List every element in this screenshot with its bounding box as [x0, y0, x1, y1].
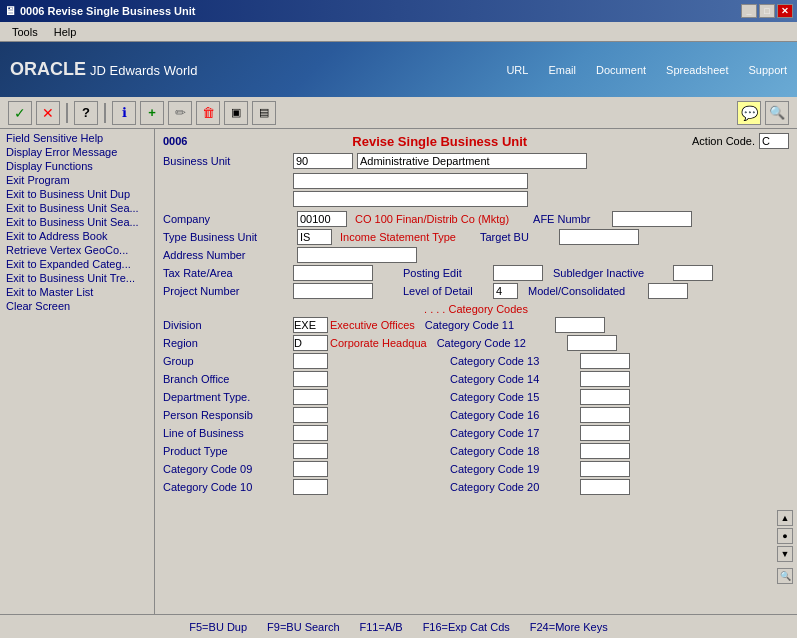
model-consolidated-input[interactable] [648, 283, 688, 299]
sidebar-display-functions[interactable]: Display Functions [4, 159, 150, 173]
nav-support[interactable]: Support [748, 64, 787, 76]
level-detail-label: Level of Detail [403, 285, 493, 297]
search-button[interactable]: 🔍 [765, 101, 789, 125]
menu-help[interactable]: Help [46, 24, 85, 40]
company-desc: CO 100 Finan/Distrib Co (Mktg) [355, 213, 509, 225]
tax-rate-input[interactable] [293, 265, 373, 281]
cat-label-8: Category Code 09 [163, 463, 293, 475]
posting-edit-input[interactable] [493, 265, 543, 281]
sidebar-display-error-message[interactable]: Display Error Message [4, 145, 150, 159]
model-consolidated-label: Model/Consolidated [528, 285, 648, 297]
paste-button[interactable]: ▤ [252, 101, 276, 125]
type-bu-code-input[interactable] [297, 229, 332, 245]
cat-code-input-2[interactable] [293, 353, 328, 369]
f16-key[interactable]: F16=Exp Cat Cds [423, 621, 510, 633]
sidebar-retrieve-vertex[interactable]: Retrieve Vertex GeoCo... [4, 243, 150, 257]
check-button[interactable]: ✓ [8, 101, 32, 125]
bu-extra-input-2[interactable] [293, 191, 528, 207]
sidebar-exit-master-list[interactable]: Exit to Master List [4, 285, 150, 299]
cat-code-input-6[interactable] [293, 425, 328, 441]
minimize-button[interactable]: _ [741, 4, 757, 18]
bu-extra-input-1[interactable] [293, 173, 528, 189]
maximize-button[interactable]: □ [759, 4, 775, 18]
cat-code-input-7[interactable] [293, 443, 328, 459]
cat-right-input-9[interactable] [580, 479, 630, 495]
cat-code-input-3[interactable] [293, 371, 328, 387]
cat-right-input-5[interactable] [580, 407, 630, 423]
cat-right-input-6[interactable] [580, 425, 630, 441]
zoom-button[interactable]: 🔍 [777, 568, 793, 584]
cat-code-input-9[interactable] [293, 479, 328, 495]
cat-right-input-2[interactable] [580, 353, 630, 369]
scroll-down-button[interactable]: ▼ [777, 546, 793, 562]
nav-url[interactable]: URL [506, 64, 528, 76]
info-button[interactable]: ℹ [112, 101, 136, 125]
company-label: Company [163, 213, 293, 225]
sidebar-exit-address-book[interactable]: Exit to Address Book [4, 229, 150, 243]
cat-code-input-4[interactable] [293, 389, 328, 405]
sidebar-exit-bu-tre[interactable]: Exit to Business Unit Tre... [4, 271, 150, 285]
cat-label-7: Product Type [163, 445, 293, 457]
cat-right-input-0[interactable] [555, 317, 605, 333]
project-number-label: Project Number [163, 285, 293, 297]
cat-code-input-5[interactable] [293, 407, 328, 423]
nav-document[interactable]: Document [596, 64, 646, 76]
sidebar-exit-bu-dup[interactable]: Exit to Business Unit Dup [4, 187, 150, 201]
edit-button[interactable]: ✏ [168, 101, 192, 125]
cat-right-input-3[interactable] [580, 371, 630, 387]
chat-button[interactable]: 💬 [737, 101, 761, 125]
cat-right-input-1[interactable] [567, 335, 617, 351]
bu-extra-line-2 [293, 191, 789, 207]
close-button[interactable]: ✕ [777, 4, 793, 18]
sidebar-field-sensitive-help[interactable]: Field Sensitive Help [4, 131, 150, 145]
title-bar: 🖥 0006 Revise Single Business Unit _ □ ✕ [0, 0, 797, 22]
cat-right-input-8[interactable] [580, 461, 630, 477]
cancel-button[interactable]: ✕ [36, 101, 60, 125]
company-code-input[interactable] [297, 211, 347, 227]
f11-key[interactable]: F11=A/B [360, 621, 403, 633]
menu-tools[interactable]: Tools [4, 24, 46, 40]
sidebar-exit-program[interactable]: Exit Program [4, 173, 150, 187]
f5-key[interactable]: F5=BU Dup [189, 621, 247, 633]
title-controls[interactable]: _ □ ✕ [741, 4, 793, 18]
subledger-inactive-label: Subledger Inactive [553, 267, 673, 279]
help-button[interactable]: ? [74, 101, 98, 125]
cat-code-input-1[interactable] [293, 335, 328, 351]
level-detail-input[interactable] [493, 283, 518, 299]
cat-right-input-4[interactable] [580, 389, 630, 405]
f9-key[interactable]: F9=BU Search [267, 621, 339, 633]
title-left: 🖥 0006 Revise Single Business Unit [4, 4, 195, 18]
project-number-input[interactable] [293, 283, 373, 299]
cat-label-6: Line of Business [163, 427, 293, 439]
nav-email[interactable]: Email [548, 64, 576, 76]
toolbar-separator-1 [66, 103, 68, 123]
sidebar-exit-expanded-categ[interactable]: Exit to Expanded Categ... [4, 257, 150, 271]
cat-code-input-0[interactable] [293, 317, 328, 333]
address-number-input[interactable] [297, 247, 417, 263]
subledger-input[interactable] [673, 265, 713, 281]
f24-key[interactable]: F24=More Keys [530, 621, 608, 633]
form-header: 0006 Revise Single Business Unit Action … [163, 133, 789, 149]
cat-label-0: Division [163, 319, 293, 331]
category-row-2: Group Category Code 13 [163, 353, 789, 369]
nav-links: URL Email Document Spreadsheet Support [506, 64, 787, 76]
action-code-input[interactable] [759, 133, 789, 149]
scroll-middle-button[interactable]: ● [777, 528, 793, 544]
nav-spreadsheet[interactable]: Spreadsheet [666, 64, 728, 76]
copy-button[interactable]: ▣ [224, 101, 248, 125]
sidebar-clear-screen[interactable]: Clear Screen [4, 299, 150, 313]
delete-button[interactable]: 🗑 [196, 101, 220, 125]
action-code: Action Code. [692, 133, 789, 149]
target-bu-input[interactable] [559, 229, 639, 245]
cat-right-label-9: Category Code 20 [450, 481, 580, 493]
category-row-7: Product Type Category Code 18 [163, 443, 789, 459]
cat-right-input-7[interactable] [580, 443, 630, 459]
add-button[interactable]: + [140, 101, 164, 125]
afe-input[interactable] [612, 211, 692, 227]
scroll-up-button[interactable]: ▲ [777, 510, 793, 526]
sidebar-exit-bu-search-1[interactable]: Exit to Business Unit Sea... [4, 201, 150, 215]
business-unit-input[interactable] [293, 153, 353, 169]
cat-code-input-8[interactable] [293, 461, 328, 477]
business-unit-name-input[interactable] [357, 153, 587, 169]
sidebar-exit-bu-search-2[interactable]: Exit to Business Unit Sea... [4, 215, 150, 229]
